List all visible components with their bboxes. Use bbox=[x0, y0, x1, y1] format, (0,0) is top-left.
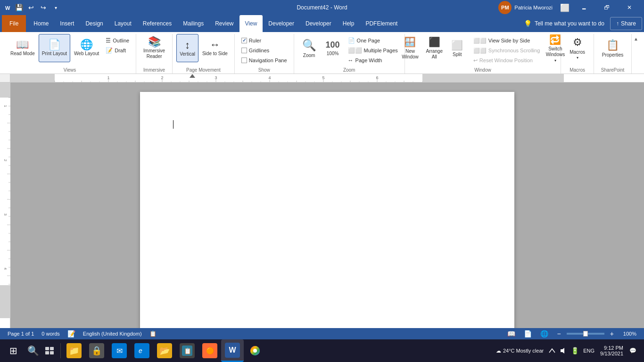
redo-button[interactable]: ↪ bbox=[38, 2, 49, 13]
web-view-icon[interactable]: 🌐 bbox=[537, 330, 552, 337]
show-label: Show bbox=[258, 66, 270, 74]
macros-icon: ⚙ bbox=[573, 36, 582, 49]
taskbar-security[interactable]: 🔒 bbox=[85, 339, 108, 362]
window-col2: ⬜⬜ View Side by Side ⬜⬜ Synchronous Scro… bbox=[469, 34, 543, 65]
one-page-button[interactable]: 📄 One Page bbox=[345, 36, 401, 45]
document-page[interactable] bbox=[140, 92, 514, 328]
menu-developer2[interactable]: Developer bbox=[300, 15, 337, 32]
page-info[interactable]: Page 1 of 1 bbox=[4, 328, 38, 339]
taskbar-mail[interactable]: ✉ bbox=[108, 339, 131, 362]
macros-label: Macros bbox=[570, 49, 585, 55]
user-avatar[interactable]: PM bbox=[498, 1, 512, 14]
vertical-button[interactable]: ↕ Vertical bbox=[176, 34, 198, 62]
split-button[interactable]: ⬜ Split bbox=[447, 34, 468, 62]
ribbon-display-button[interactable]: ⬜ bbox=[557, 3, 572, 12]
zoom-slider-track[interactable] bbox=[567, 333, 604, 335]
properties-button[interactable]: 📋 Properties bbox=[599, 34, 627, 62]
menu-insert[interactable]: Insert bbox=[54, 15, 80, 32]
print-view-icon[interactable]: 📄 bbox=[520, 330, 536, 337]
language[interactable]: English (United Kingdom) bbox=[79, 328, 146, 339]
menu-design[interactable]: Design bbox=[80, 15, 108, 32]
restore-button[interactable]: 🗗 bbox=[596, 0, 618, 15]
side-to-side-button[interactable]: ↔ Side to Side bbox=[199, 34, 231, 62]
zoom-button[interactable]: 🔍 Zoom bbox=[298, 34, 321, 62]
window-items: 🪟 New Window ⬛ Arrange All ⬜ Split ⬜⬜ Vi… bbox=[398, 34, 567, 66]
menu-view[interactable]: View bbox=[239, 15, 263, 32]
menu-references[interactable]: References bbox=[137, 15, 177, 32]
minimize-button[interactable]: 🗕 bbox=[573, 0, 595, 15]
new-window-button[interactable]: 🪟 New Window bbox=[398, 34, 421, 62]
menu-mailings[interactable]: Mailings bbox=[177, 15, 209, 32]
undo-button[interactable]: ↩ bbox=[25, 2, 37, 13]
print-layout-button[interactable]: 📄 Print Layout bbox=[39, 34, 70, 62]
taskbar-clock[interactable]: 9:12 PM 9/13/2021 bbox=[598, 345, 625, 356]
task-view-button[interactable] bbox=[41, 339, 58, 362]
zoom-level[interactable]: 100% bbox=[619, 331, 640, 337]
share-button[interactable]: ↑ Share bbox=[610, 17, 642, 30]
read-view-icon[interactable]: 📖 bbox=[504, 330, 519, 337]
menu-developer1[interactable]: Developer bbox=[263, 15, 300, 32]
properties-label: Properties bbox=[602, 52, 624, 58]
status-bar: Page 1 of 1 0 words 📝 English (United Ki… bbox=[0, 328, 644, 339]
view-side-by-side-button[interactable]: ⬜⬜ View Side by Side bbox=[471, 36, 543, 45]
taskbar-word[interactable]: W bbox=[221, 339, 244, 362]
word-count[interactable]: 0 words bbox=[38, 328, 64, 339]
synchronous-scrolling-icon: ⬜⬜ bbox=[473, 48, 487, 54]
synchronous-scrolling-button[interactable]: ⬜⬜ Synchronous Scrolling bbox=[471, 46, 543, 55]
ribbon-content: 📖 Read Mode 📄 Print Layout 🌐 Web Layout … bbox=[0, 32, 644, 74]
arrange-all-button[interactable]: ⬛ Arrange All bbox=[423, 34, 446, 62]
sharepoint-label: SharePoint bbox=[601, 66, 624, 74]
tray-volume[interactable] bbox=[559, 346, 568, 355]
tray-language[interactable]: ENG bbox=[581, 348, 596, 354]
reset-window-position-button[interactable]: ↩ Reset Window Position bbox=[471, 56, 543, 65]
zoom100-button[interactable]: 100 100% bbox=[322, 34, 344, 62]
start-button[interactable]: ⊞ bbox=[2, 339, 25, 362]
ribbon-group-page-movement: ↕ Vertical ↔ Side to Side Page Movement bbox=[173, 34, 235, 74]
menu-layout[interactable]: Layout bbox=[109, 15, 137, 32]
gridlines-checkbox[interactable]: Gridlines bbox=[239, 46, 290, 55]
outline-button[interactable]: ☰ Outline bbox=[103, 36, 132, 45]
taskbar-app9[interactable]: 🟠 bbox=[198, 339, 221, 362]
tray-battery[interactable]: 🔋 bbox=[570, 346, 579, 355]
draft-button[interactable]: 📝 Draft bbox=[103, 46, 132, 55]
reset-window-position-icon: ↩ bbox=[473, 58, 478, 64]
navigation-pane-checkbox[interactable]: Navigation Pane bbox=[239, 56, 290, 65]
taskbar-chrome[interactable] bbox=[244, 339, 266, 362]
zoom-out-button[interactable]: − bbox=[553, 330, 564, 337]
track-changes-icon[interactable]: 📋 bbox=[146, 328, 160, 339]
document-area[interactable] bbox=[10, 82, 644, 328]
taskbar-edge[interactable]: e bbox=[131, 339, 153, 362]
taskbar-files[interactable]: 📂 bbox=[153, 339, 176, 362]
ruler-checkbox[interactable]: ✓ Ruler bbox=[239, 36, 290, 45]
macros-button[interactable]: ⚙ Macros ▾ bbox=[567, 34, 588, 62]
web-layout-button[interactable]: 🌐 Web Layout bbox=[71, 34, 102, 62]
taskbar-app8[interactable]: 📋 bbox=[176, 339, 198, 362]
menu-review[interactable]: Review bbox=[209, 15, 239, 32]
search-button[interactable]: 🔍 bbox=[25, 339, 41, 362]
customize-qat-button[interactable]: ▾ bbox=[50, 2, 61, 13]
notification-button[interactable]: 💬 bbox=[627, 339, 638, 362]
menu-search[interactable]: 💡 Tell me what you want to do bbox=[518, 15, 610, 32]
svg-text:W: W bbox=[5, 5, 10, 11]
read-mode-button[interactable]: 📖 Read Mode bbox=[8, 34, 38, 62]
page-movement-items: ↕ Vertical ↔ Side to Side bbox=[176, 34, 231, 66]
save-button[interactable]: 💾 bbox=[13, 2, 25, 13]
read-mode-label: Read Mode bbox=[10, 51, 35, 57]
close-button[interactable]: ✕ bbox=[619, 0, 640, 15]
switch-windows-icon: 🔁 bbox=[549, 34, 561, 45]
immersive-reader-button[interactable]: 📚 Immersive Reader bbox=[140, 34, 168, 62]
taskbar-file-explorer[interactable]: 📁 bbox=[63, 339, 85, 362]
menu-help[interactable]: Help bbox=[337, 15, 360, 32]
menu-file[interactable]: File bbox=[2, 15, 26, 32]
page-width-button[interactable]: ↔ Page Width bbox=[345, 56, 401, 65]
svg-rect-56 bbox=[0, 285, 10, 318]
menu-pdfelement[interactable]: PDFElement bbox=[360, 15, 403, 32]
proofing-icon[interactable]: 📝 bbox=[64, 328, 79, 339]
multiple-pages-button[interactable]: ⬜⬜ Multiple Pages bbox=[345, 46, 401, 55]
views-col2: ☰ Outline 📝 Draft bbox=[103, 34, 132, 55]
tray-network[interactable] bbox=[547, 346, 557, 355]
tray-weather[interactable]: ☁ 24°C Mostly clear bbox=[494, 346, 545, 355]
ribbon-collapse-button[interactable]: ▲ bbox=[632, 36, 640, 42]
zoom-in-button[interactable]: + bbox=[606, 330, 618, 337]
menu-home[interactable]: Home bbox=[28, 15, 54, 32]
